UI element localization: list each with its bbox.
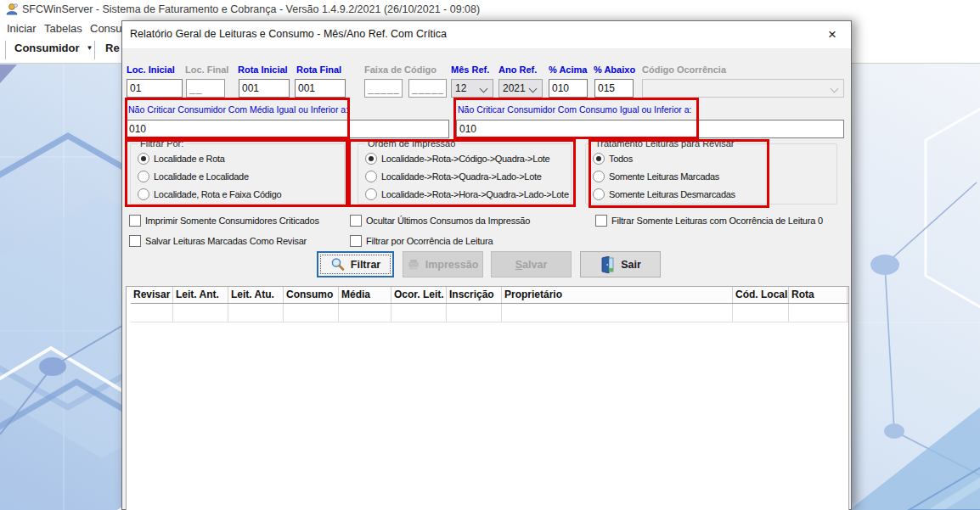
rota-final-input[interactable]: [295, 79, 346, 98]
radio-icon: [593, 171, 605, 182]
close-icon[interactable]: ×: [822, 25, 842, 45]
ano-ref-select[interactable]: 2021: [498, 79, 543, 98]
exit-door-icon: [600, 256, 615, 273]
column-header-inscricao[interactable]: Inscrição: [447, 287, 502, 303]
column-header-rota[interactable]: Rota: [789, 287, 848, 303]
checkbox-icon: [350, 235, 362, 247]
toolbar-consumidor-button[interactable]: Consumidor▼: [14, 42, 93, 54]
checkbox-icon: [595, 215, 607, 227]
label-nao-criticar-consumo: Não Criticar Consumidor Com Consumo Igua…: [458, 104, 691, 115]
radio-somente-desmarcadas[interactable]: Somente Leituras Desmarcadas: [593, 188, 735, 200]
label-rota-final: Rota Final: [296, 64, 341, 75]
column-header-cod-local[interactable]: Cód. Local.: [733, 287, 789, 303]
chevron-down-icon: [831, 85, 839, 93]
column-header-ocor-leit[interactable]: Ocor. Leit.: [391, 287, 447, 303]
radio-somente-marcadas[interactable]: Somente Leituras Marcadas: [593, 171, 719, 182]
checkbox-imprimir-criticados[interactable]: Imprimir Somente Consumidores Criticados: [129, 215, 319, 227]
chevron-down-icon: [529, 85, 538, 93]
dialog-body: Loc. Inicial Loc. Final Rota Inicial Rot…: [122, 49, 851, 510]
radio-icon: [138, 171, 149, 182]
toolbar-separator: [5, 41, 6, 59]
grid-header-row: Revisar Leit. Ant. Leit. Atu. Consumo Mé…: [131, 287, 848, 304]
sair-button[interactable]: Sair: [580, 251, 661, 277]
dialog-titlebar: Relatório Geral de Leituras e Consumo - …: [122, 21, 851, 49]
radio-localidade-e-localidade[interactable]: Localidade e Localidade: [138, 171, 249, 182]
group-ordem-impressao-legend: Ordem de Impressão: [365, 138, 458, 149]
chevron-down-icon: ▼: [87, 44, 93, 52]
label-faixa-codigo: Faixa de Código: [364, 64, 436, 75]
dialog-title: Relatório Geral de Leituras e Consumo - …: [130, 28, 447, 40]
nao-criticar-media-input[interactable]: [126, 120, 449, 138]
checkbox-salvar-marcadas-revisar[interactable]: Salvar Leituras Marcadas Como Revisar: [129, 235, 307, 247]
group-filtrar-por: Filtrar Por: Localidade e Rota Localidad…: [130, 143, 345, 205]
checkbox-filtrar-ocorrencia-zero[interactable]: Filtrar Somente Leituras com Ocorrência …: [595, 215, 823, 227]
table-row[interactable]: [131, 304, 848, 322]
label-loc-final: Loc. Final: [185, 64, 228, 75]
label-pct-acima: % Acima: [549, 64, 587, 75]
toolbar-separator: [94, 41, 95, 59]
column-header-revisar[interactable]: Revisar: [131, 287, 173, 303]
dialog-relatorio-geral: Relatório Geral de Leituras e Consumo - …: [121, 20, 852, 510]
pct-abaixo-input[interactable]: [594, 79, 634, 98]
checkbox-filtrar-por-ocorrencia[interactable]: Filtrar por Ocorrência de Leitura: [350, 235, 493, 247]
printer-icon: [408, 260, 420, 270]
radio-ordem-codigo-quadra-lote[interactable]: Localidade->Rota->Código->Quadra->Lote: [365, 153, 549, 165]
toolbar-relatorios-button[interactable]: Re: [105, 42, 120, 54]
main-titlebar: SFCWinServer - Sistema de Faturamento e …: [0, 0, 980, 19]
nao-criticar-consumo-input[interactable]: [456, 120, 844, 138]
checkbox-icon: [129, 215, 141, 227]
results-grid: Revisar Leit. Ant. Leit. Atu. Consumo Mé…: [126, 286, 849, 510]
rota-inicial-input[interactable]: [239, 79, 290, 98]
codigo-ocorrencia-select: [642, 79, 844, 98]
radio-icon: [138, 188, 149, 200]
label-ano-ref: Ano Ref.: [498, 64, 537, 75]
loc-final-input[interactable]: [186, 79, 225, 98]
loc-inicial-input[interactable]: [127, 79, 183, 98]
radio-icon: [365, 153, 377, 165]
group-tratamento-leituras-legend: Tratamento Leituras para Revisar: [593, 138, 736, 149]
radio-icon: [365, 171, 377, 182]
menu-tabelas[interactable]: Tabelas: [44, 22, 82, 35]
label-loc-inicial: Loc. Inicial: [127, 64, 175, 75]
salvar-button: Salvar: [491, 251, 572, 277]
menu-iniciar[interactable]: Iniciar: [7, 22, 37, 35]
filtrar-button[interactable]: Filtrar: [317, 251, 394, 277]
label-nao-criticar-media: Não Criticar Consumidor Com Média Igual …: [128, 104, 348, 115]
mes-ref-select[interactable]: 12: [451, 79, 493, 98]
radio-icon: [593, 153, 605, 165]
column-header-media[interactable]: Média: [339, 287, 391, 303]
radio-localidade-e-rota[interactable]: Localidade e Rota: [138, 153, 225, 165]
column-header-consumo[interactable]: Consumo: [284, 287, 339, 303]
label-mes-ref: Mês Ref.: [451, 64, 489, 75]
radio-localidade-rota-faixa[interactable]: Localidade, Rota e Faixa Código: [138, 188, 281, 200]
app-icon: [5, 3, 19, 16]
column-header-leit-ant[interactable]: Leit. Ant.: [173, 287, 228, 303]
radio-icon: [593, 188, 605, 200]
checkbox-icon: [350, 215, 362, 227]
checkbox-ocultar-ultimos-consumos[interactable]: Ocultar Últimos Consumos da Impressão: [350, 215, 530, 227]
checkbox-icon: [129, 235, 141, 247]
impressao-button: Impressão: [403, 251, 483, 277]
main-window-title: SFCWinServer - Sistema de Faturamento e …: [22, 3, 480, 15]
radio-icon: [138, 153, 149, 165]
label-codigo-ocorrencia: Código Ocorrência: [642, 64, 726, 75]
group-tratamento-leituras: Tratamento Leituras para Revisar Todos S…: [585, 143, 837, 205]
magnifier-icon: [330, 257, 345, 272]
chevron-down-icon: [480, 85, 488, 93]
pct-acima-input[interactable]: [549, 79, 588, 98]
group-ordem-impressao: Ordem de Impressão Localidade->Rota->Cód…: [358, 143, 572, 205]
column-header-leit-atu[interactable]: Leit. Atu.: [228, 287, 284, 303]
radio-ordem-quadra-lado-lote[interactable]: Localidade->Rota->Quadra->Lado->Lote: [365, 171, 542, 182]
radio-todos[interactable]: Todos: [593, 153, 633, 165]
group-filtrar-por-legend: Filtrar Por:: [138, 138, 186, 149]
label-pct-abaixo: % Abaixo: [594, 64, 635, 75]
faixa-codigo-final-input[interactable]: [408, 79, 447, 98]
radio-icon: [365, 188, 377, 200]
column-header-proprietario[interactable]: Proprietário: [502, 287, 733, 303]
label-rota-inicial: Rota Inicial: [238, 64, 288, 75]
faixa-codigo-inicial-input[interactable]: [364, 79, 403, 98]
radio-ordem-hora-quadra-lado-lote[interactable]: Localidade->Rota->Hora->Quadra->Lado->Lo…: [365, 188, 569, 200]
